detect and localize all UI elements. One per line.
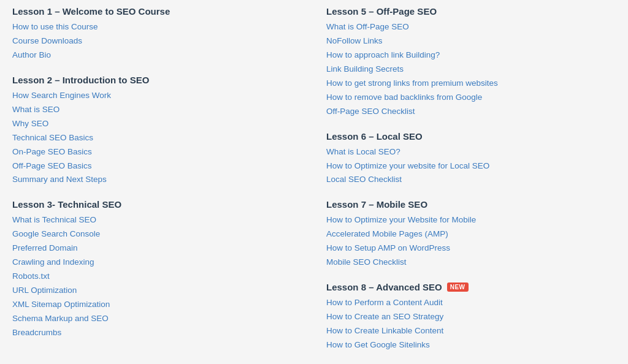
lesson-item[interactable]: Google Search Console [12, 227, 302, 241]
lesson-item[interactable]: Off-Page SEO Checklist [326, 105, 616, 119]
lesson-item[interactable]: Local SEO Checklist [326, 173, 616, 187]
lesson-item[interactable]: Breadcrumbs [12, 326, 302, 340]
right-column: Lesson 5 – Off-Page SEOWhat is Off-Page … [326, 6, 616, 364]
lesson-item[interactable]: Schema Markup and SEO [12, 312, 302, 326]
lesson-title-lesson3: Lesson 3- Technical SEO [12, 199, 302, 210]
lesson-title-lesson8: Lesson 8 – Advanced SEONEW [326, 282, 616, 292]
lesson-item[interactable]: Summary and Next Steps [12, 173, 302, 187]
left-column: Lesson 1 – Welcome to SEO CourseHow to u… [12, 6, 302, 364]
lesson-item[interactable]: Mobile SEO Checklist [326, 256, 616, 270]
lesson-block-lesson8: Lesson 8 – Advanced SEONEWHow to Perform… [326, 282, 616, 352]
lesson-item[interactable]: How to get strong links from premium web… [326, 77, 616, 91]
lesson-item[interactable]: How to use this Course [12, 20, 302, 34]
lesson-block-lesson5: Lesson 5 – Off-Page SEOWhat is Off-Page … [326, 6, 616, 119]
lesson-item[interactable]: On-Page SEO Basics [12, 145, 302, 159]
lesson-item[interactable]: What is Local SEO? [326, 145, 616, 159]
lesson-item[interactable]: XML Sitemap Optimization [12, 298, 302, 312]
lesson-item[interactable]: What is SEO [12, 103, 302, 117]
new-badge: NEW [447, 282, 469, 292]
lesson-item[interactable]: Robots.txt [12, 270, 302, 284]
lesson-block-lesson2: Lesson 2 – Introduction to SEOHow Search… [12, 75, 302, 188]
lesson-item[interactable]: Preferred Domain [12, 241, 302, 256]
lesson-item[interactable]: URL Optimization [12, 284, 302, 298]
lesson-item[interactable]: How to Perform a Content Audit [326, 296, 616, 310]
lesson-item[interactable]: Author Bio [12, 48, 302, 63]
lesson-item[interactable]: How to Get Google Sitelinks [326, 338, 616, 352]
lesson-item[interactable]: Course Downloads [12, 34, 302, 48]
lesson-item[interactable]: Link Building Secrets [326, 63, 616, 77]
lesson-block-lesson3: Lesson 3- Technical SEOWhat is Technical… [12, 199, 302, 339]
lesson-item[interactable]: How to remove bad backlinks from Google [326, 91, 616, 105]
lesson-item[interactable]: NoFollow Links [326, 34, 616, 48]
lesson-item[interactable]: Accelerated Mobile Pages (AMP) [326, 227, 616, 241]
lesson-item[interactable]: What is Technical SEO [12, 213, 302, 227]
lesson-item[interactable]: Off-Page SEO Basics [12, 159, 302, 173]
lesson-item[interactable]: How to Optimize your website for Local S… [326, 159, 616, 173]
lesson-item[interactable]: How to Setup AMP on WordPress [326, 241, 616, 256]
lesson-item[interactable]: How to Create Linkable Content [326, 324, 616, 338]
lesson-block-lesson7: Lesson 7 – Mobile SEOHow to Optimize you… [326, 199, 616, 270]
main-container: Lesson 1 – Welcome to SEO CourseHow to u… [12, 6, 616, 364]
lesson-block-lesson1: Lesson 1 – Welcome to SEO CourseHow to u… [12, 6, 302, 63]
lesson-block-lesson6: Lesson 6 – Local SEOWhat is Local SEO?Ho… [326, 131, 616, 188]
lesson-title-lesson2: Lesson 2 – Introduction to SEO [12, 75, 302, 85]
lesson-item[interactable]: How to Optimize your Website for Mobile [326, 213, 616, 227]
lesson-title-lesson7: Lesson 7 – Mobile SEO [326, 199, 616, 210]
lesson-item[interactable]: How to approach link Building? [326, 48, 616, 63]
lesson-title-lesson1: Lesson 1 – Welcome to SEO Course [12, 6, 302, 17]
lesson-item[interactable]: Why SEO [12, 117, 302, 131]
lesson-item[interactable]: How to Create an SEO Strategy [326, 310, 616, 324]
lesson-item[interactable]: How Search Engines Work [12, 89, 302, 103]
lesson-item[interactable]: Technical SEO Basics [12, 131, 302, 145]
lesson-title-lesson5: Lesson 5 – Off-Page SEO [326, 6, 616, 17]
lesson-item[interactable]: What is Off-Page SEO [326, 20, 616, 34]
lesson-item[interactable]: Crawling and Indexing [12, 256, 302, 270]
lesson-title-lesson6: Lesson 6 – Local SEO [326, 131, 616, 142]
